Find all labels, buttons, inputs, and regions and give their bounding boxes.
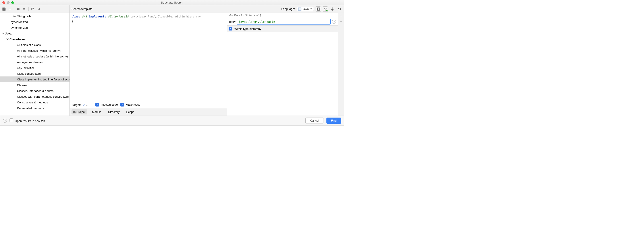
- separator: [14, 7, 14, 11]
- tree-item[interactable]: Anonymous classes: [0, 59, 70, 65]
- tree-item-selected[interactable]: Class implementing two interfaces direct…: [0, 76, 70, 82]
- java-file-icon: [298, 7, 302, 10]
- tree-item[interactable]: All methods of a class (within hierarchy…: [0, 53, 70, 59]
- expand-all-icon[interactable]: [16, 7, 21, 11]
- tree-item[interactable]: Constructors & methods: [0, 99, 70, 105]
- svg-rect-2: [317, 8, 318, 10]
- tree-item[interactable]: synchronized: [0, 19, 70, 25]
- modifiers-toolbar: + −: [338, 13, 344, 116]
- text-filter-label: Text=: [228, 20, 236, 23]
- import-icon[interactable]: [36, 7, 41, 11]
- text-filter-row: Text= ?: [227, 18, 338, 25]
- help-icon[interactable]: ?: [332, 20, 336, 24]
- templates-sidebar: print String calls synchronized synchron…: [0, 5, 70, 116]
- tree-item[interactable]: Classes, interfaces & enums: [0, 88, 70, 94]
- modifiers-title: Modifiers for $Interface1$:: [227, 13, 338, 18]
- footer: ? Open results in new tab Cancel Find: [0, 116, 344, 125]
- tree-item[interactable]: Any initializer: [0, 65, 70, 71]
- code-line: class $A$ implements $Interface1$ text=j…: [72, 14, 225, 19]
- tree-item[interactable]: All inner classes (within hierarchy): [0, 48, 70, 53]
- filter-icon[interactable]: [323, 6, 328, 12]
- open-results-checkbox[interactable]: Open results in new tab: [10, 118, 45, 123]
- remove-filter-icon[interactable]: −: [339, 19, 343, 23]
- pin-icon[interactable]: [330, 6, 335, 12]
- tree-item[interactable]: print String calls: [0, 13, 70, 19]
- main-body: class $A$ implements $Interface1$ text=j…: [70, 13, 344, 116]
- modifiers-panel: Modifiers for $Interface1$: Text= ? ✓ Wi…: [226, 13, 344, 116]
- scope-tabs: In Project Module Directory Scope: [70, 108, 226, 116]
- options-row: Target: A ⌄ ✓ Injected code ✓ Match c: [70, 101, 226, 108]
- export-icon[interactable]: [30, 7, 35, 11]
- target-selector[interactable]: A ⌄: [84, 103, 88, 106]
- remove-template-icon[interactable]: [7, 7, 12, 11]
- collapse-all-icon[interactable]: [22, 7, 26, 11]
- chevron-down-icon: ▼: [310, 8, 312, 10]
- titlebar: Structural Search: [0, 0, 344, 5]
- svg-rect-0: [9, 9, 11, 9]
- cancel-button[interactable]: Cancel: [306, 118, 324, 124]
- language-label: Language:: [281, 7, 295, 10]
- separator: [28, 7, 28, 11]
- refresh-icon[interactable]: [337, 6, 342, 12]
- match-case-checkbox[interactable]: ✓ Match case: [120, 103, 140, 106]
- help-icon[interactable]: ?: [3, 119, 7, 123]
- tree-item[interactable]: Class constructors: [0, 71, 70, 76]
- structural-search-window: Structural Search: [0, 0, 344, 126]
- template-variable: $Interface1$: [108, 15, 128, 18]
- checkbox-unchecked-icon: [10, 118, 13, 122]
- tree-group-class-based[interactable]: Class-based: [0, 36, 70, 42]
- keyword: implements: [89, 15, 106, 18]
- scope-tab-scope[interactable]: Scope: [124, 109, 136, 114]
- checkbox-checked-icon: ✓: [96, 103, 99, 106]
- language-selector[interactable]: Java ▼: [297, 7, 314, 11]
- chevron-down-icon: [2, 32, 5, 34]
- sidebar-toolbar: [0, 5, 70, 13]
- tree-group-java[interactable]: Java: [0, 30, 70, 36]
- find-button[interactable]: Find: [326, 118, 341, 124]
- chevron-down-icon: ⌄: [86, 104, 88, 106]
- injected-code-checkbox[interactable]: ✓ Injected code: [96, 103, 118, 106]
- window-title: Structural Search: [0, 1, 344, 4]
- search-template-label: Search template:: [72, 7, 93, 10]
- editor-panel: class $A$ implements $Interface1$ text=j…: [70, 13, 226, 116]
- inline-hint: text=java\.lang\.Cloneable, within hiera…: [130, 15, 201, 18]
- content: print String calls synchronized synchron…: [0, 5, 344, 116]
- within-hierarchy-checkbox[interactable]: ✓ Within type hierarchy: [227, 25, 338, 32]
- tree-item[interactable]: Classes with parameterless constructors: [0, 94, 70, 99]
- chevron-down-icon: [6, 38, 10, 40]
- scope-tab-directory[interactable]: Directory: [106, 109, 122, 114]
- template-editor[interactable]: class $A$ implements $Interface1$ text=j…: [70, 13, 226, 101]
- tree-item[interactable]: Classes: [0, 82, 70, 88]
- checkbox-checked-icon: ✓: [228, 27, 232, 30]
- main-header: Search template: Language: Java ▼: [70, 5, 344, 13]
- language-value: Java: [303, 7, 309, 10]
- scope-tab-module[interactable]: Module: [90, 109, 103, 114]
- template-variable: $A$: [82, 15, 87, 18]
- toggle-panel-icon[interactable]: [316, 6, 321, 12]
- scope-tab-in-project[interactable]: In Project: [72, 109, 87, 114]
- main-panel: Search template: Language: Java ▼: [70, 5, 344, 116]
- text-filter-input[interactable]: [237, 19, 331, 24]
- keyword: class: [72, 15, 80, 18]
- code-line: }: [72, 19, 225, 24]
- tree-item[interactable]: synchronized~: [0, 25, 70, 30]
- add-filter-icon[interactable]: +: [339, 14, 343, 18]
- tree-item[interactable]: Deprecated methods: [0, 105, 70, 111]
- modifiers-body: Modifiers for $Interface1$: Text= ? ✓ Wi…: [227, 13, 338, 116]
- templates-tree[interactable]: print String calls synchronized synchron…: [0, 13, 70, 116]
- checkbox-checked-icon: ✓: [120, 103, 124, 106]
- svg-point-3: [326, 10, 328, 11]
- target-label: Target:: [72, 103, 81, 106]
- save-template-icon[interactable]: [2, 7, 6, 11]
- tree-item[interactable]: All fields of a class: [0, 42, 70, 48]
